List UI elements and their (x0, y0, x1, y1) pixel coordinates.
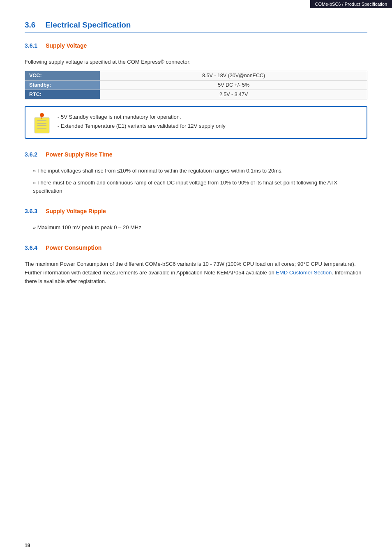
svg-point-5 (40, 113, 44, 117)
rise-time-bullet-2: » There must be a smooth and continuous … (33, 179, 367, 196)
subsection-3-6-2-title: Power Supply Rise Time (46, 151, 112, 158)
rise-time-bullet-1: » The input voltages shall rise from ≤10… (33, 167, 367, 175)
supply-voltage-table: VCC: 8.5V - 18V (20V@nonECC) Standby: 5V… (25, 71, 367, 99)
subsection-3-6-4: 3.6.4 Power Consumption The maximum Powe… (25, 244, 367, 286)
note-box: - 5V Standby voltage is not mandatory fo… (25, 106, 367, 139)
page-number: 19 (25, 543, 30, 548)
subsection-3-6-2-number: 3.6.2 (25, 151, 37, 158)
note-svg-icon (32, 113, 52, 134)
ripple-bullet-1: » Maximum 100 mV peak to peak 0 – 20 MHz (33, 223, 367, 232)
standby-label: Standby: (25, 80, 100, 90)
subsection-3-6-1: 3.6.1 Supply Voltage Following supply vo… (25, 42, 367, 139)
note-icon (32, 113, 52, 132)
rtc-label: RTC: (25, 90, 100, 99)
emd-customer-section-link[interactable]: EMD Customer Section (276, 269, 332, 276)
subsection-3-6-3-number: 3.6.3 (25, 208, 37, 214)
power-consumption-body: The maximum Power Consumption of the dif… (25, 260, 367, 286)
vcc-value: 8.5V - 18V (20V@nonECC) (100, 71, 367, 80)
section-divider (25, 32, 367, 32)
note-line-2: - Extended Temperature (E1) variants are… (58, 122, 226, 131)
rtc-value: 2.5V - 3.47V (100, 90, 367, 99)
page-header: COMe-bSC6 / Product Specification (310, 0, 392, 8)
svg-rect-0 (35, 117, 49, 133)
subsection-3-6-4-number: 3.6.4 (25, 244, 37, 251)
section-title: Electrical Specification (45, 21, 131, 30)
vcc-label: VCC: (25, 71, 100, 80)
section-3-6: 3.6 Electrical Specification (25, 21, 367, 32)
note-text-container: - 5V Standby voltage is not mandatory fo… (58, 113, 226, 131)
note-line-1: - 5V Standby voltage is not mandatory fo… (58, 113, 226, 122)
table-row: Standby: 5V DC +/- 5% (25, 80, 367, 90)
subsection-3-6-4-title: Power Consumption (46, 244, 101, 251)
subsection-3-6-2: 3.6.2 Power Supply Rise Time » The input… (25, 151, 367, 196)
subsection-3-6-1-title: Supply Voltage (46, 42, 87, 49)
subsection-3-6-3: 3.6.3 Supply Voltage Ripple » Maximum 10… (25, 208, 367, 232)
supply-voltage-intro: Following supply voltage is specified at… (25, 58, 367, 67)
section-number: 3.6 (25, 21, 35, 30)
table-row: RTC: 2.5V - 3.47V (25, 90, 367, 99)
table-row: VCC: 8.5V - 18V (20V@nonECC) (25, 71, 367, 80)
standby-value: 5V DC +/- 5% (100, 80, 367, 90)
subsection-3-6-3-title: Supply Voltage Ripple (46, 208, 106, 214)
subsection-3-6-1-number: 3.6.1 (25, 42, 37, 49)
